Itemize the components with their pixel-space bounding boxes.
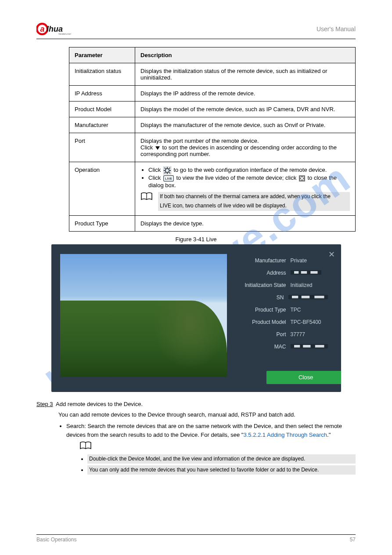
field-label: Product Type: [236, 307, 291, 313]
table-row: Operation Click: [69, 162, 356, 216]
field-value-redacted: [291, 270, 328, 276]
step-block: Step 3 Add remote devices to the Device.…: [36, 400, 356, 475]
desc-cell: Displays the initialization status of th…: [135, 63, 356, 86]
field-label: SN: [236, 294, 288, 301]
gear-icon: [163, 167, 171, 174]
step-bullet: Search: Search the remote devices that a…: [66, 422, 356, 439]
param-cell: Product Type: [69, 215, 135, 231]
svg-text:a: a: [40, 25, 45, 33]
live-icon: LIVE: [163, 174, 174, 182]
param-cell: Manufacturer: [69, 117, 135, 133]
note-text: If both two channels of the thermal came…: [158, 192, 350, 201]
table-row: Initialization status Displays the initi…: [69, 63, 356, 86]
field-value-redacted: [288, 294, 328, 301]
param-cell: Product Model: [69, 102, 135, 117]
param-cell: Operation: [69, 162, 135, 216]
field-value: Initialized: [291, 282, 328, 288]
param-cell: Initialization status: [69, 63, 135, 86]
note-book-icon: [79, 441, 356, 453]
desc-cell: Displays the model of the remote device,…: [135, 102, 356, 117]
cross-reference-link[interactable]: 3.5.2.2.1 Adding Through Search: [243, 432, 327, 438]
table-header-parameter: Parameter: [69, 47, 135, 63]
table-row: Port Displays the port number of the rem…: [69, 133, 356, 162]
field-value: TPC: [291, 307, 328, 313]
close-button[interactable]: Close: [266, 371, 341, 384]
field-label: Initialization State: [236, 282, 291, 288]
live-preview-image: [60, 254, 227, 377]
logo: a lhua TECHNOLOGY: [36, 22, 80, 36]
field-label: Product Model: [236, 319, 291, 325]
desc-cell: Click: [135, 162, 356, 216]
field-label: Port: [236, 331, 291, 337]
field-value: TPC-BF5400: [291, 319, 328, 325]
parameter-table: Parameter Description Initialization sta…: [69, 47, 356, 232]
sort-triangle-icon: [155, 146, 160, 150]
dialog-field-list: ManufacturerPrivate Address Initializati…: [236, 258, 328, 356]
field-label: Address: [236, 270, 291, 276]
dialog-close-x[interactable]: ✕: [328, 250, 335, 259]
desc-cell: Displays the manufacturer of the remote …: [135, 117, 356, 133]
table-header-description: Description: [135, 47, 356, 63]
table-row: IP Address Displays the IP address of th…: [69, 86, 356, 102]
svg-text:lhua: lhua: [47, 25, 63, 33]
desc-cell: Displays the device type.: [135, 215, 356, 231]
header-title: User's Manual: [80, 25, 356, 33]
desc-cell: Displays the IP address of the remote de…: [135, 86, 356, 102]
param-cell: IP Address: [69, 86, 135, 102]
page-footer: Basic Operations 57: [36, 534, 356, 543]
footer-section: Basic Operations: [36, 537, 76, 543]
footer-page-number: 57: [350, 537, 356, 543]
param-cell: Port: [69, 133, 135, 162]
table-row: Product Type Displays the device type.: [69, 215, 356, 231]
step-title: Add remote devices to the Device.: [56, 401, 143, 407]
table-row: Manufacturer Displays the manufacturer o…: [69, 117, 356, 133]
figure-caption: Figure 3-41 Live: [36, 236, 356, 243]
note-item: Double-click the Device Model, and the l…: [87, 454, 356, 464]
field-value-redacted: [291, 344, 328, 350]
note-item: You can only add the remote devices that…: [87, 465, 356, 475]
table-row: Product Model Displays the model of the …: [69, 102, 356, 117]
svg-text:TECHNOLOGY: TECHNOLOGY: [58, 33, 72, 35]
note-book-icon: [140, 192, 154, 211]
field-value: Private: [291, 258, 328, 264]
desc-cell: Displays the port number of the remote d…: [135, 133, 356, 162]
svg-text:LIVE: LIVE: [165, 177, 172, 181]
step-intro: You can add remote devices to the Device…: [58, 410, 356, 419]
field-value: 37777: [291, 331, 328, 337]
field-label: Manufacturer: [236, 258, 291, 264]
close-icon: [299, 175, 305, 182]
live-dialog: ✕ ManufacturerPrivate Address Initializa…: [51, 244, 341, 392]
step-label: Step 3: [36, 401, 53, 407]
field-label: MAC: [236, 344, 291, 350]
page-header: a lhua TECHNOLOGY User's Manual: [36, 22, 356, 39]
note-text: LIVE icon, two channels of live video wi…: [158, 201, 350, 210]
svg-marker-4: [155, 146, 160, 150]
